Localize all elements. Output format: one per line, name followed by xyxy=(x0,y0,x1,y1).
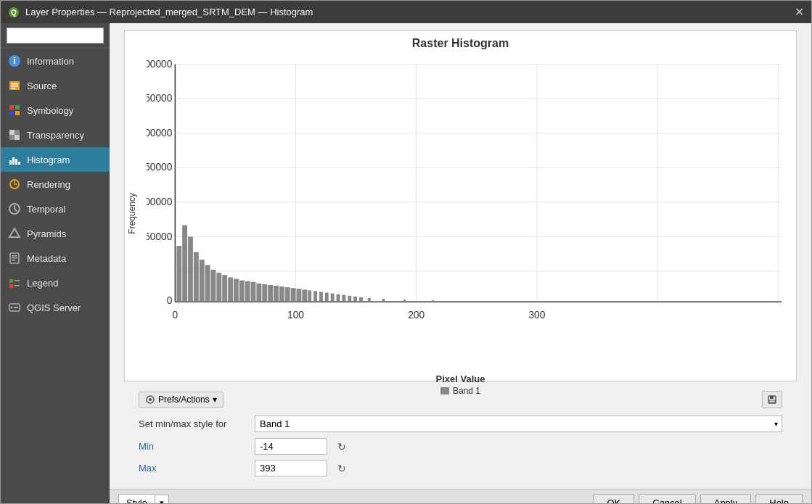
symbology-icon xyxy=(8,104,21,117)
svg-text:100000: 100000 xyxy=(147,196,172,208)
svg-rect-73 xyxy=(256,284,261,302)
svg-rect-26 xyxy=(12,260,15,261)
min-label: Min xyxy=(139,441,255,452)
sidebar-label-qgis-server: QGIS Server xyxy=(27,302,81,313)
close-button[interactable]: ✕ xyxy=(795,5,804,19)
svg-rect-65 xyxy=(211,270,216,302)
sidebar-item-legend[interactable]: Legend xyxy=(1,270,110,295)
svg-rect-84 xyxy=(319,292,323,302)
sidebar-label-histogram: Histogram xyxy=(27,154,70,165)
sidebar-label-pyramids: Pyramids xyxy=(27,228,66,239)
svg-text:200: 200 xyxy=(408,309,425,321)
svg-text:0: 0 xyxy=(167,294,173,307)
sidebar-item-source[interactable]: Source xyxy=(1,73,110,98)
cancel-button[interactable]: Cancel xyxy=(639,494,695,503)
y-axis-label: Frequency xyxy=(125,53,139,373)
svg-rect-6 xyxy=(11,86,18,87)
style-dropdown-button[interactable]: ▾ xyxy=(155,495,169,503)
svg-rect-24 xyxy=(12,255,17,257)
search-input[interactable] xyxy=(7,28,104,44)
svg-rect-68 xyxy=(228,277,233,302)
chart-inner: Frequency xyxy=(125,53,796,373)
qgis-server-icon xyxy=(8,301,21,314)
controls-area: Prefs/Actions ▾ Set min/max sty xyxy=(124,385,797,482)
style-button-group: Style ▾ xyxy=(118,494,169,503)
sidebar-item-metadata[interactable]: Metadata xyxy=(1,246,110,270)
svg-rect-60 xyxy=(182,226,187,302)
svg-rect-79 xyxy=(291,288,296,302)
svg-rect-78 xyxy=(285,287,290,302)
band-select-wrap: Band 1 ▾ xyxy=(255,416,782,432)
sidebar-label-metadata: Metadata xyxy=(27,253,66,264)
title-bar-left: Q Layer Properties — Reprojected_merged_… xyxy=(8,7,313,18)
max-input[interactable] xyxy=(255,460,327,476)
apply-button[interactable]: Apply xyxy=(700,494,752,503)
ok-button[interactable]: OK xyxy=(593,494,634,503)
search-box xyxy=(1,23,110,49)
svg-rect-7 xyxy=(11,88,15,89)
rendering-icon xyxy=(8,178,21,191)
svg-rect-14 xyxy=(9,135,15,140)
svg-rect-16 xyxy=(9,160,12,165)
svg-rect-66 xyxy=(216,273,221,302)
svg-rect-19 xyxy=(18,162,20,165)
svg-rect-9 xyxy=(15,105,20,110)
sidebar-item-rendering[interactable]: Rendering xyxy=(1,172,110,197)
sidebar-item-information[interactable]: i Information xyxy=(1,49,110,73)
min-apply-icon[interactable]: ↻ xyxy=(333,438,350,455)
sidebar-label-source: Source xyxy=(27,80,57,91)
chart-title: Raster Histogram xyxy=(125,31,796,53)
x-axis-label: Pixel Value xyxy=(125,373,796,384)
sidebar-label-information: Information xyxy=(27,56,74,67)
svg-rect-67 xyxy=(222,275,227,302)
svg-rect-86 xyxy=(331,294,335,302)
metadata-icon xyxy=(8,252,21,265)
temporal-icon xyxy=(8,202,21,215)
sidebar-label-rendering: Rendering xyxy=(27,179,70,190)
svg-rect-92 xyxy=(368,298,371,302)
min-input[interactable] xyxy=(255,438,327,455)
style-button[interactable]: Style xyxy=(118,494,155,503)
legend-label: Band 1 xyxy=(453,386,480,396)
max-apply-icon[interactable]: ↻ xyxy=(333,460,350,477)
sidebar-item-temporal[interactable]: Temporal xyxy=(1,197,110,221)
sidebar-item-pyramids[interactable]: Pyramids xyxy=(1,221,110,246)
max-label: Max xyxy=(139,463,255,474)
qgis-icon: Q xyxy=(8,7,20,18)
svg-rect-81 xyxy=(302,289,307,302)
svg-rect-5 xyxy=(11,83,18,85)
svg-rect-87 xyxy=(337,294,340,302)
max-row: Max ↻ xyxy=(139,460,782,477)
band-select[interactable]: Band 1 xyxy=(255,416,782,432)
svg-rect-71 xyxy=(245,281,250,302)
svg-rect-85 xyxy=(325,293,329,302)
help-button[interactable]: Help xyxy=(755,494,803,503)
svg-rect-94 xyxy=(403,299,406,302)
svg-text:150000: 150000 xyxy=(147,161,172,173)
histogram-area: Raster Histogram Frequency xyxy=(110,23,811,489)
svg-rect-25 xyxy=(12,257,17,259)
sidebar-item-histogram[interactable]: Histogram xyxy=(1,147,110,172)
svg-rect-80 xyxy=(297,289,302,302)
svg-rect-61 xyxy=(188,236,193,302)
transparency-icon xyxy=(8,128,21,141)
svg-rect-91 xyxy=(359,297,363,302)
sidebar-item-qgis-server[interactable]: QGIS Server xyxy=(1,295,110,320)
svg-rect-100 xyxy=(769,400,775,402)
svg-rect-74 xyxy=(262,284,267,302)
sidebar-label-legend: Legend xyxy=(27,278,58,289)
sidebar: i Information Source Symbology xyxy=(1,23,110,503)
sidebar-item-symbology[interactable]: Symbology xyxy=(1,98,110,123)
svg-rect-83 xyxy=(313,291,317,302)
sidebar-item-transparency[interactable]: Transparency xyxy=(1,123,110,147)
svg-rect-18 xyxy=(15,159,17,165)
svg-rect-90 xyxy=(353,297,357,302)
set-min-max-label: Set min/max style for xyxy=(139,418,255,429)
svg-text:200000: 200000 xyxy=(147,126,172,139)
svg-rect-13 xyxy=(15,130,20,135)
svg-rect-88 xyxy=(342,295,345,302)
chart-container: Raster Histogram Frequency xyxy=(124,30,797,381)
svg-rect-64 xyxy=(205,265,210,302)
histogram-icon xyxy=(8,153,21,166)
svg-marker-22 xyxy=(9,228,20,237)
